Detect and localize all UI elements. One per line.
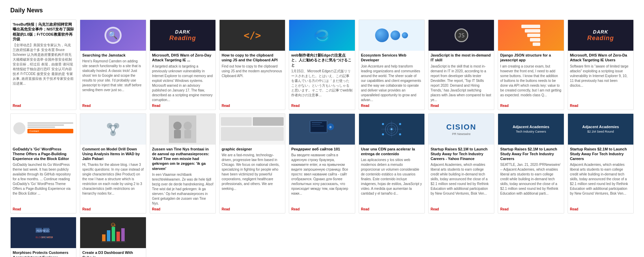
godaddy-line-3 [27,126,55,128]
card-godaddy-read[interactable]: Read [13,207,74,211]
startup-careers-text-content: Adjacent Academies $2.1M Seed Round [581,123,620,135]
card-ecosystem-title: Ecosystem Services Web Developer [361,53,422,63]
card-zussen-text: In een Vlaamse rechtbank terechtrekkwame… [152,172,213,206]
svg-text:ISEC: ISEC [44,230,50,233]
card-ecosystem-text: Join Accenture and help transform leadin… [361,64,422,102]
card-dark-reading-1-img: DARK Reading [150,20,215,51]
cision-logo-container: CISION PR Newswire [446,123,476,136]
startup-subtext: Tech Industry Careers [512,130,549,133]
card-graphic-designer-read[interactable]: Read [222,207,283,211]
card-startup-careers-img: Adjacent Academies $2.1M Seed Round [568,114,633,145]
svg-rect-19 [312,126,324,126]
card-graphic-designer-img [220,114,285,145]
card-cdn-read[interactable]: Read [361,207,422,211]
startup-text-content: Adjacent Academies Tech Industry Careers [511,123,550,135]
svg-text:ATTACKS: ATTACKS [47,236,53,238]
card-django-title: Django JSON structure for a javascript a… [500,53,561,63]
svg-rect-40 [102,234,106,241]
svg-rect-10 [174,130,181,138]
card-graphic-designer-title: graphic designer [222,147,283,151]
card-rendering: ⚙ Рендеринг веб сайтов 101 Вы вводите на… [289,113,355,213]
card-clipboard: </> How to copy to the clipboard using J… [219,20,285,110]
card-startup-study-read[interactable]: Read [500,207,561,211]
card-edge-japanese-read[interactable]: Read [291,104,352,108]
svg-point-26 [391,128,393,130]
card-js-skill-title: JavaScript is the most in-demand IT skil… [431,53,492,63]
card-cdn-text: Las aplicaciones y los sitios web modern… [361,158,422,206]
card-rendering-read[interactable]: Read [291,207,352,211]
card-cision-title: Startup Raises $2.1M to Launch Study Awa… [431,147,492,161]
stack-line-2 [525,29,540,33]
card-js-skill-text: JavaScript is the skill that is most in-… [431,64,492,102]
card-cdn-title: Usar una CDN para acelerar la entrega de… [361,147,422,157]
dark-reading-logo: DARK Reading [169,29,196,42]
stack-lines-icon [521,25,540,46]
card-model-drill-read[interactable]: Read [82,207,144,211]
card-cision-read[interactable]: Read [431,207,492,211]
card-clipboard-text: Find out how to copy to the clipboard us… [222,64,283,102]
card-zussen-read[interactable]: Read [152,207,213,211]
card-cision-text: Adjacent Academies, which enables libera… [431,162,492,206]
card-startup-study: Adjacent Academies Tech Industry Careers… [498,113,564,213]
card-dark-reading-1-read[interactable]: Read [152,104,213,108]
stack-line-5 [533,42,540,46]
card-edge-japanese-img [289,20,355,51]
card-startup-study-img: Adjacent Academies Tech Industry Careers [498,114,564,145]
card-rendering-text: Вы вводите название сайта в адресную стр… [291,153,352,206]
card-clipboard-read[interactable]: Read [222,104,283,108]
render-web-icon: ⚙ [308,117,336,141]
news-grid-row1: 'freeBuf快报｜乌克兰政府招聘官网曝出高危安全事件；NIST发布了国际框架… [10,20,634,110]
godaddy-lines [27,122,73,128]
card-zussen-img [150,114,215,145]
card-ecosystem: Ecosystem Services Web Developer Join Ac… [359,20,425,110]
morphisec-logo-icon: MORPH ISEC BLOCKS BROWSER ATTACKS [34,225,53,241]
card-dark-reading-2-text: Software firm is "aware of limited targe… [570,64,631,102]
card-chinese-news-title: 'freeBuf快报｜乌克兰政府招聘官网曝出高危安全事件；NIST发布了国际框架… [13,22,74,41]
card-cision-img: CISION PR Newswire [429,114,494,145]
svg-point-27 [382,123,384,125]
card-godaddy-title: GoDaddy's 'Go' WordPress Theme Offers a … [13,147,74,161]
svg-text:⚙: ⚙ [329,125,332,129]
cdn-network-icon [378,117,405,141]
godaddy-avatar-icon [13,122,25,134]
card-dark-reading-2-read[interactable]: Read [570,104,631,108]
card-django-img [498,20,564,51]
svg-point-8 [173,122,182,130]
stack-line-1 [521,25,540,28]
eco-sphere-large [375,28,389,42]
card-godaddy-text: GoDaddy launched its Go WordPress theme … [13,162,74,206]
card-ecosystem-read[interactable]: Read [361,104,422,108]
card-chinese-news-read[interactable]: Read [13,104,74,108]
card-startup-careers-read[interactable]: Read [570,207,631,211]
card-clipboard-img: </> [220,20,285,51]
card-dark-reading-2-title: Microsoft, DHS Warn of Zero-Da Attack Ta… [570,53,631,63]
card-chinese-news: 'freeBuf快报｜乌克兰政府招聘官网曝出高危安全事件；NIST发布了国际框架… [10,20,76,110]
svg-rect-44 [121,228,125,241]
card-js-skill-img: JS [429,20,494,51]
godaddy-line-2 [27,124,64,126]
dark-reading-logo-2: DARK Reading [587,29,614,42]
empty-col-4 [219,217,285,257]
svg-point-28 [399,123,401,125]
card-morphisec-img: MORPH ISEC BLOCKS BROWSER ATTACKS [11,217,76,248]
model-analysis-icon [103,119,123,139]
card-js-skill-read[interactable]: Read [431,104,492,108]
card-django: Django JSON structure for a javascript a… [498,20,564,110]
card-cision: CISION PR Newswire Startup Raises $2.1M … [428,113,494,213]
godaddy-text-area: Contact [27,122,73,133]
card-morphisec-title: Morphisec Protects Customers Against Int… [13,250,74,257]
card-d3-title: Create a D3 Dashboard With Cube.js [82,250,144,257]
card-searching-jamstack-read[interactable]: Read [82,104,144,108]
card-django-read[interactable]: Read [500,104,561,108]
card-d3: D3 Create a D3 Dashboard With Cube.js In… [80,217,146,257]
search-icon: 🔍 [104,27,122,44]
card-model-drill-text: Hi, Thanks for the above blog. i have 3 … [82,162,144,206]
news-grid-row2: Contact GoDaddy's 'Go' WordPress Theme O… [10,113,634,213]
page-title: Daily News [10,7,634,14]
card-js-skill: JS JavaScript is the most in-demand IT s… [428,20,494,110]
godaddy-cta-button[interactable]: Contact [27,129,73,133]
card-chinese-news-text: 【全球动态】美国安全专家认为，乌克兰政府招募这个多 安全布置 Bruce Sch… [13,43,74,102]
empty-col-3 [150,217,216,257]
card-d3-img: D3 [80,217,146,248]
card-graphic-designer-text: We are a fast-moving, technology-driven,… [222,153,283,206]
